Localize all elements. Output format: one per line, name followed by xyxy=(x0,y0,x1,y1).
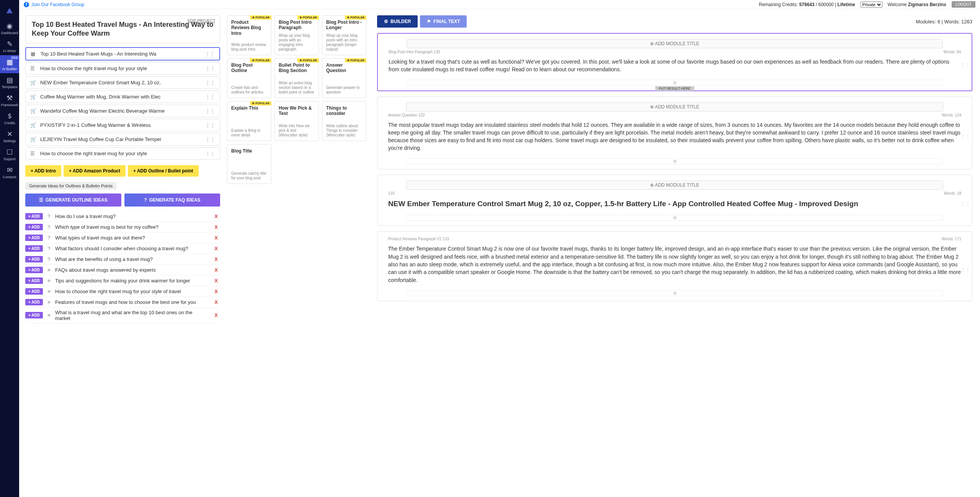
drag-handle-icon[interactable]: ⋮⋮ xyxy=(960,200,970,206)
add-idea-button[interactable]: ADD xyxy=(25,288,43,295)
module-append-slot[interactable]: ⊕ xyxy=(406,290,943,296)
nav-dashboard[interactable]: ◉Dashboard xyxy=(0,19,19,37)
popular-badge: POPULAR xyxy=(345,58,366,62)
template-name: How We Pick & Test xyxy=(279,105,315,116)
template-card[interactable]: POPULARBlog Post Intro ParagraphWrap up … xyxy=(274,15,319,55)
add-idea-button[interactable]: ADD xyxy=(25,312,43,318)
final-text-button[interactable]: ⚑FINAL TEXT xyxy=(420,15,467,28)
drag-handle-icon[interactable]: ⋮⋮ xyxy=(960,133,970,139)
template-card[interactable]: Things to considerWrite outline about Th… xyxy=(322,101,366,141)
idea-text: Tips and suggestions for making your dri… xyxy=(55,278,208,284)
outline-text: LEJIEYIN Travel Mug Coffee Cup Car Porta… xyxy=(40,136,201,142)
nav-templates[interactable]: ▤Templates xyxy=(0,73,19,91)
logout-button[interactable]: LOGOUT xyxy=(952,1,975,8)
template-card[interactable]: POPULARAnswer QuestionGenerate answer to… xyxy=(322,58,366,98)
add-outline-button[interactable]: ADD Outline / Bullet point xyxy=(128,165,199,177)
delete-idea-button[interactable]: X xyxy=(212,299,220,305)
add-intro-button[interactable]: ADD Intro xyxy=(25,165,61,177)
outline-item[interactable]: 🛒LEJIEYIN Travel Mug Coffee Cup Car Port… xyxy=(25,133,220,146)
delete-idea-button[interactable]: X xyxy=(212,312,220,318)
template-desc: Generate catchy title for your blog post xyxy=(231,171,267,180)
delete-idea-button[interactable]: X xyxy=(212,246,220,251)
visibility-select[interactable]: Private xyxy=(861,2,882,8)
nav-framework[interactable]: ⚒Framework xyxy=(0,91,19,109)
outline-item[interactable]: ▦Top 10 Best Heated Travel Mugs - An Int… xyxy=(25,47,220,61)
idea-row: ADD?What are the benefits of using a tra… xyxy=(25,254,220,265)
popular-badge: POPULAR xyxy=(297,58,319,62)
module-title-input[interactable] xyxy=(406,102,943,112)
template-card[interactable]: POPULARBlog Post Intro - LongerWrap up y… xyxy=(322,15,366,55)
template-name: Blog Title xyxy=(231,148,267,154)
cart-icon: 🛒 xyxy=(30,94,36,100)
delete-idea-button[interactable]: X xyxy=(212,213,220,219)
drag-handle-icon[interactable]: ⋮⋮ xyxy=(205,108,215,114)
outline-item[interactable]: 🛒Wandefol Coffee Mug Warmer Electric Bev… xyxy=(25,105,220,117)
module-append-slot[interactable]: ⊕ xyxy=(406,158,943,164)
template-name: Blog Post Intro Paragraph xyxy=(279,20,315,31)
drag-handle-icon[interactable]: ⋮⋮ xyxy=(205,136,215,142)
nav-ai-writer[interactable]: ✎AI Writer xyxy=(0,37,19,55)
generate-faq-button[interactable]: ?GENERATE FAQ IDEAS xyxy=(124,194,220,207)
delete-idea-button[interactable]: X xyxy=(212,289,220,294)
delete-idea-button[interactable]: X xyxy=(212,256,220,262)
module-card[interactable]: Answer Question 132Words: 124The most po… xyxy=(377,97,972,169)
idea-text: What types of travel mugs are out there? xyxy=(55,235,208,241)
delete-idea-button[interactable]: X xyxy=(212,235,220,241)
add-idea-button[interactable]: ADD xyxy=(25,235,43,241)
delete-idea-button[interactable]: X xyxy=(212,278,220,284)
add-idea-button[interactable]: ADD xyxy=(25,267,43,273)
add-amazon-button[interactable]: ADD Amazon Product xyxy=(64,165,126,177)
outline-item[interactable]: ☰How to choose the right travel mug for … xyxy=(25,147,220,160)
template-card[interactable]: Blog TitleGenerate catchy title for your… xyxy=(227,144,271,184)
module-card[interactable]: Blog Post Intro Paragraph 130Words: 64Lo… xyxy=(377,33,972,91)
cart-icon: 🛒 xyxy=(30,136,36,142)
add-idea-button[interactable]: ADD xyxy=(25,277,43,284)
template-card[interactable]: POPULARBlog Post OutlineCreate lists and… xyxy=(227,58,271,98)
template-card[interactable]: POPULARExplain ThisExplain a thing in mo… xyxy=(227,101,271,141)
drag-handle-icon[interactable]: ⋮⋮ xyxy=(960,266,970,272)
edit-project-link[interactable]: EDIT PROJECT xyxy=(188,19,215,23)
template-card[interactable]: How We Pick & TestWrite Info How we pick… xyxy=(274,101,319,141)
module-append-slot[interactable]: ⊕ xyxy=(406,215,943,221)
generate-outline-button[interactable]: ☰GENERATE OUTLINE IDEAS xyxy=(25,194,121,207)
logo[interactable]: ⟁ xyxy=(0,0,19,19)
idea-marker: ? xyxy=(47,213,51,219)
drag-handle-icon[interactable]: ⋮⋮ xyxy=(205,94,215,100)
template-name: Product Reviews Blog Intro xyxy=(231,20,267,36)
drag-handle-icon[interactable]: ⋮⋮ xyxy=(205,80,215,85)
add-idea-button[interactable]: ADD xyxy=(25,245,43,252)
module-title-input[interactable] xyxy=(406,180,943,190)
add-idea-button[interactable]: ADD xyxy=(25,224,43,230)
drag-handle-icon[interactable]: ⋮⋮ xyxy=(205,151,215,156)
idea-text: How do I use a travel mug? xyxy=(55,213,208,219)
drag-handle-icon[interactable]: ⋮⋮ xyxy=(960,62,970,68)
add-idea-button[interactable]: ADD xyxy=(25,299,43,305)
module-append-slot[interactable]: ⊕ xyxy=(407,80,943,86)
idea-marker: ≡ xyxy=(47,267,51,273)
facebook-link[interactable]: fJoin Our Facebook Group xyxy=(24,2,84,7)
nav-contacts[interactable]: ✉Contacts xyxy=(0,163,19,181)
nav-ai-builder[interactable]: V2.0▦AI Builder xyxy=(0,55,19,73)
drag-handle-icon[interactable]: ⋮⋮ xyxy=(205,51,215,57)
drag-handle-icon[interactable]: ⋮⋮ xyxy=(205,66,215,71)
outline-item[interactable]: ☰How to choose the right travel mug for … xyxy=(25,62,220,75)
outline-item[interactable]: 🛒Coffee Mug Warmer with Mug, Drink Warme… xyxy=(25,90,220,103)
module-card[interactable]: 133Words: 18NEW Ember Temperature Contro… xyxy=(377,175,972,226)
outline-text: Coffee Mug Warmer with Mug, Drink Warmer… xyxy=(40,94,201,100)
add-idea-button[interactable]: ADD xyxy=(25,213,43,220)
add-idea-button[interactable]: ADD xyxy=(25,256,43,262)
module-card[interactable]: Product Reviews Paragraph V2 133Words: 1… xyxy=(377,231,972,301)
nav-support[interactable]: ☐Support xyxy=(0,145,19,163)
builder-mode-button[interactable]: ⚙BUILDER xyxy=(377,15,418,28)
template-card[interactable]: POPULARBullet Point to Blog SectionWrite… xyxy=(274,58,319,98)
template-card[interactable]: POPULARProduct Reviews Blog IntroWrite p… xyxy=(227,15,271,55)
drag-handle-icon[interactable]: ⋮⋮ xyxy=(205,122,215,128)
module-title-input[interactable] xyxy=(407,39,943,48)
outline-item[interactable]: 🛒PYXISTIFY 2-in-1 Coffee Mug Warmer & Wi… xyxy=(25,119,220,131)
nav-credits[interactable]: ＄Credits xyxy=(0,109,19,127)
outline-item[interactable]: 🛒NEW Ember Temperature Control Smart Mug… xyxy=(25,76,220,89)
idea-row: ADD?Which type of travel mug is best for… xyxy=(25,222,220,233)
delete-idea-button[interactable]: X xyxy=(212,224,220,230)
delete-idea-button[interactable]: X xyxy=(212,267,220,273)
nav-settings[interactable]: ✕Settings xyxy=(0,127,19,145)
